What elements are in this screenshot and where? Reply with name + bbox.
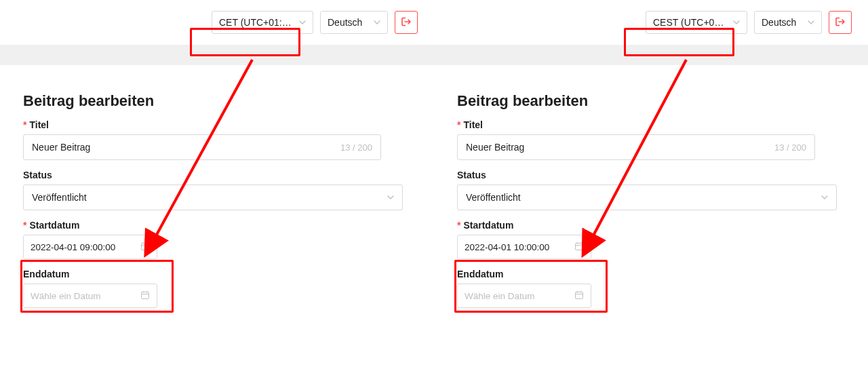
startdate-value: 2022-04-01 09:00:00 (31, 242, 115, 252)
logout-icon (401, 16, 412, 29)
title-input[interactable]: Neuer Beitrag 13 / 200 (457, 134, 815, 160)
page-title: Beitrag bearbeiten (457, 92, 845, 110)
title-field: * Titel Neuer Beitrag 13 / 200 (457, 119, 845, 160)
title-char-counter: 13 / 200 (340, 142, 372, 153)
required-star: * (23, 220, 26, 231)
enddate-input[interactable]: Wähle ein Datum (23, 284, 157, 308)
chevron-down-icon (821, 192, 828, 203)
chevron-down-icon (374, 17, 380, 28)
calendar-icon (574, 290, 584, 302)
form-area: Beitrag bearbeiten * Titel Neuer Beitrag… (434, 65, 868, 308)
status-value: Veröffentlicht (466, 192, 521, 203)
panel-right: CEST (UTC+02… Deutsch Beitrag bearbeiten (434, 0, 868, 317)
required-star: * (457, 119, 460, 130)
status-label: Status (23, 170, 411, 180)
topbar: CEST (UTC+02… Deutsch (434, 0, 868, 39)
startdate-input[interactable]: 2022-04-01 09:00:00 (23, 235, 157, 259)
timezone-label: CET (UTC+01:… (219, 17, 292, 28)
required-star: * (23, 119, 26, 130)
startdate-field: * Startdatum 2022-04-01 10:00:00 (457, 220, 845, 259)
startdate-label: * Startdatum (23, 220, 411, 231)
status-label: Status (457, 170, 845, 180)
language-select[interactable]: Deutsch (320, 11, 388, 34)
language-label: Deutsch (328, 17, 362, 28)
svg-rect-4 (142, 292, 149, 298)
panel-left: CET (UTC+01:… Deutsch Beitrag bearbeiten (0, 0, 434, 317)
page-title: Beitrag bearbeiten (23, 92, 411, 110)
topbar: CET (UTC+01:… Deutsch (0, 0, 434, 39)
logout-icon (835, 16, 846, 29)
title-label: * Titel (23, 119, 411, 130)
chevron-down-icon (733, 17, 740, 28)
status-select[interactable]: Veröffentlicht (457, 184, 837, 210)
startdate-input[interactable]: 2022-04-01 10:00:00 (457, 235, 591, 259)
status-field: Status Veröffentlicht (23, 170, 411, 210)
svg-rect-9 (576, 243, 583, 250)
chevron-down-icon (299, 17, 306, 28)
enddate-placeholder: Wähle ein Datum (31, 291, 101, 301)
language-label: Deutsch (762, 17, 796, 28)
logout-button[interactable] (395, 11, 418, 34)
title-field: * Titel Neuer Beitrag 13 / 200 (23, 119, 411, 160)
calendar-icon (140, 290, 150, 302)
timezone-label: CEST (UTC+02… (653, 17, 729, 28)
title-value: Neuer Beitrag (466, 142, 524, 153)
enddate-input[interactable]: Wähle ein Datum (457, 284, 591, 308)
timezone-select[interactable]: CEST (UTC+02… (646, 11, 747, 34)
enddate-label: Enddatum (457, 269, 845, 279)
language-select[interactable]: Deutsch (754, 11, 822, 34)
status-field: Status Veröffentlicht (457, 170, 845, 210)
calendar-icon (574, 241, 584, 253)
title-input[interactable]: Neuer Beitrag 13 / 200 (23, 134, 381, 160)
chevron-down-icon (387, 192, 394, 203)
timezone-select[interactable]: CET (UTC+01:… (212, 11, 313, 34)
svg-rect-0 (142, 243, 149, 250)
chevron-down-icon (808, 17, 814, 28)
required-star: * (457, 220, 460, 231)
startdate-label: * Startdatum (457, 220, 845, 231)
form-area: Beitrag bearbeiten * Titel Neuer Beitrag… (0, 65, 434, 308)
title-char-counter: 13 / 200 (774, 142, 806, 153)
startdate-value: 2022-04-01 10:00:00 (465, 242, 549, 252)
enddate-field: Enddatum Wähle ein Datum (23, 269, 411, 308)
enddate-placeholder: Wähle ein Datum (465, 291, 535, 301)
logout-button[interactable] (829, 11, 852, 34)
title-label: * Titel (457, 119, 845, 130)
status-value: Veröffentlicht (32, 192, 87, 203)
svg-rect-13 (576, 292, 583, 298)
calendar-icon (140, 241, 150, 253)
gray-divider-bar (0, 45, 434, 65)
startdate-field: * Startdatum 2022-04-01 09:00:00 (23, 220, 411, 259)
gray-divider-bar (434, 45, 868, 65)
enddate-label: Enddatum (23, 269, 411, 279)
enddate-field: Enddatum Wähle ein Datum (457, 269, 845, 308)
status-select[interactable]: Veröffentlicht (23, 184, 403, 210)
title-value: Neuer Beitrag (32, 142, 90, 153)
